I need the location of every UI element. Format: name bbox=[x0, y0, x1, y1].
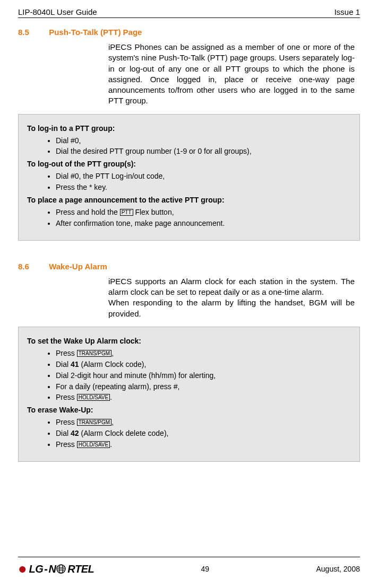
list-item: For a daily (repeating alarm), press #, bbox=[56, 382, 351, 392]
header-doc-title: LIP-8040L User Guide bbox=[18, 7, 97, 16]
box-heading: To log-in to a PTT group: bbox=[27, 124, 351, 133]
paragraph: iPECS supports an Alarm clock for each s… bbox=[108, 276, 355, 298]
section-8-6-body: iPECS supports an Alarm clock for each s… bbox=[108, 276, 355, 319]
step-list: Dial #0, the PTT Log-in/out code, Press … bbox=[56, 171, 351, 192]
section-heading-8-5: 8.5 Push-To-Talk (PTT) Page bbox=[18, 28, 360, 37]
list-item: Dial the desired PTT group number (1-9 o… bbox=[56, 146, 351, 156]
list-item: Press HOLD/SAVE. bbox=[56, 392, 351, 402]
text: (Alarm Clock delete code), bbox=[79, 429, 169, 437]
step-list: Dial #0, Dial the desired PTT group numb… bbox=[56, 136, 351, 157]
list-item: After confirmation tone, make page annou… bbox=[56, 218, 351, 229]
logo-bullet-icon: ● bbox=[18, 560, 27, 577]
bold-code: 42 bbox=[71, 429, 79, 437]
page-content: LIP-8040L User Guide Issue 1 8.5 Push-To… bbox=[0, 0, 378, 462]
list-item: Dial 41 (Alarm Clock code), bbox=[56, 359, 351, 370]
text: Dial bbox=[56, 360, 71, 368]
text: Press and hold the bbox=[56, 208, 120, 216]
box-heading: To log-out of the PTT group(s): bbox=[27, 160, 351, 168]
text: Flex button, bbox=[133, 208, 174, 216]
text: Press bbox=[56, 349, 77, 357]
keycap-hold-save: HOLD/SAVE bbox=[77, 394, 110, 401]
section-heading-8-6: 8.6 Wake-Up Alarm bbox=[18, 262, 360, 271]
instruction-box-8-6: To set the Wake Up Alarm clock: Press TR… bbox=[18, 327, 360, 462]
logo-text-n: N bbox=[48, 563, 56, 575]
header-issue: Issue 1 bbox=[334, 7, 360, 16]
section-number: 8.5 bbox=[18, 28, 47, 37]
globe-icon bbox=[56, 564, 66, 574]
list-item: Dial 2-digit hour and minute (hh/mm) for… bbox=[56, 371, 351, 381]
bold-code: 41 bbox=[71, 360, 79, 368]
page-number: 49 bbox=[189, 565, 221, 573]
list-item: Dial #0, the PTT Log-in/out code, bbox=[56, 171, 351, 181]
section-number: 8.6 bbox=[18, 262, 47, 271]
text: Press bbox=[56, 418, 77, 426]
text: Press bbox=[56, 440, 77, 449]
list-item: Press and hold the PTT Flex button, bbox=[56, 207, 351, 217]
step-list: Press and hold the PTT Flex button, Afte… bbox=[56, 207, 351, 229]
section-8-5-body: iPECS Phones can be assigned as a member… bbox=[108, 42, 355, 107]
box-heading: To set the Wake Up Alarm clock: bbox=[27, 337, 351, 345]
list-item: Press TRANS/PGM, bbox=[56, 348, 351, 358]
section-title: Wake-Up Alarm bbox=[49, 262, 107, 271]
paragraph: When responding to the alarm by lifting … bbox=[108, 297, 355, 319]
logo-text-rtel: RTEL bbox=[67, 563, 94, 575]
text: , bbox=[111, 418, 114, 426]
logo-text-lg: LG bbox=[29, 563, 43, 575]
text: . bbox=[110, 440, 112, 449]
box-heading: To place a page announcement to the acti… bbox=[27, 196, 351, 204]
instruction-box-8-5: To log-in to a PTT group: Dial #0, Dial … bbox=[18, 114, 360, 241]
section-title: Push-To-Talk (PTT) Page bbox=[49, 28, 142, 37]
keycap-ptt: PTT bbox=[120, 209, 133, 216]
text: (Alarm Clock code), bbox=[79, 360, 147, 368]
step-list: Press TRANS/PGM, Dial 41 (Alarm Clock co… bbox=[56, 348, 351, 402]
keycap-trans-pgm: TRANS/PGM bbox=[77, 419, 111, 426]
list-item: Dial 42 (Alarm Clock delete code), bbox=[56, 428, 351, 438]
list-item: Press TRANS/PGM, bbox=[56, 417, 351, 427]
list-item: Dial #0, bbox=[56, 136, 351, 146]
list-item: Press the * key. bbox=[56, 182, 351, 192]
text: Dial bbox=[56, 429, 71, 437]
lg-nortel-logo: ● LG - N RTEL bbox=[18, 560, 94, 577]
text: . bbox=[110, 393, 112, 401]
text: Press bbox=[56, 393, 77, 401]
step-list: Press TRANS/PGM, Dial 42 (Alarm Clock de… bbox=[56, 417, 351, 450]
footer-date: August, 2008 bbox=[316, 565, 360, 573]
page-header: LIP-8040L User Guide Issue 1 bbox=[18, 0, 360, 18]
text: , bbox=[111, 349, 114, 357]
box-heading: To erase Wake-Up: bbox=[27, 406, 351, 414]
paragraph: iPECS Phones can be assigned as a member… bbox=[108, 42, 355, 107]
keycap-hold-save: HOLD/SAVE bbox=[77, 441, 110, 448]
keycap-trans-pgm: TRANS/PGM bbox=[77, 350, 111, 357]
list-item: Press HOLD/SAVE. bbox=[56, 440, 351, 450]
page-footer: ● LG - N RTEL 49 August, 2008 bbox=[18, 557, 360, 577]
